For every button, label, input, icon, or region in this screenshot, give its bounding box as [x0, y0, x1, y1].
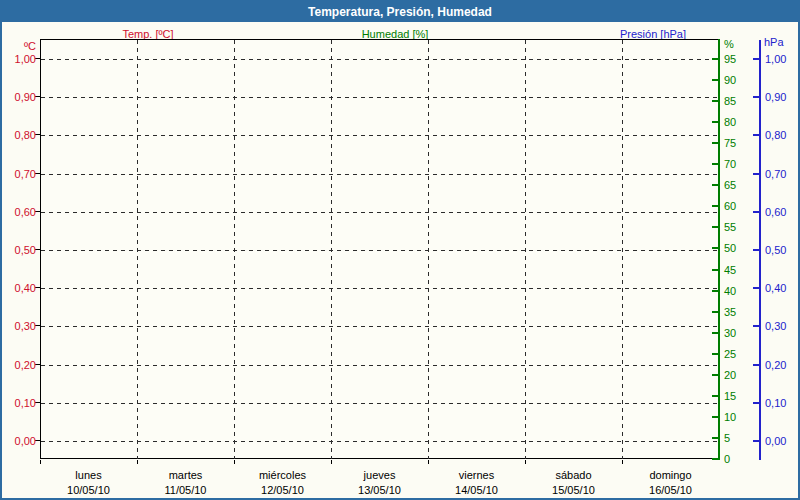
- gridline-vertical: [622, 40, 623, 459]
- x-label-day-name: jueves: [331, 469, 428, 482]
- humidity-tick: [712, 290, 718, 292]
- x-label-day-name: sábado: [525, 469, 622, 482]
- temperature-tick-label: 0,40: [0, 281, 36, 295]
- humidity-tick-label: 90: [724, 73, 736, 87]
- humidity-tick-label: 5: [724, 431, 730, 445]
- humidity-tick-label: 60: [724, 199, 736, 213]
- humidity-tick: [712, 121, 718, 123]
- humidity-tick-label: 75: [724, 136, 736, 150]
- humidity-tick: [712, 437, 718, 439]
- pressure-tick: [753, 325, 759, 327]
- gridline-vertical: [428, 40, 429, 459]
- temperature-tick-label: 0,20: [0, 358, 36, 372]
- humidity-tick-label: 80: [724, 115, 736, 129]
- humidity-tick: [712, 58, 718, 60]
- x-label-day-name: domingo: [622, 469, 719, 482]
- gridline-horizontal: [41, 97, 719, 98]
- gridline-horizontal: [41, 135, 719, 136]
- humidity-axis-line: [718, 39, 720, 460]
- temperature-tick-label: 1,00: [0, 52, 36, 66]
- temperature-tick-label: 0,30: [0, 319, 36, 333]
- x-label-day-date: 12/05/10: [234, 484, 331, 497]
- x-label-day-date: 10/05/10: [40, 484, 137, 497]
- humidity-tick-label: 55: [724, 220, 736, 234]
- humidity-tick-label: 40: [724, 284, 736, 298]
- x-label-day-date: 14/05/10: [428, 484, 525, 497]
- temperature-tick-label: 0,60: [0, 205, 36, 219]
- humidity-tick-label: 35: [724, 305, 736, 319]
- humidity-tick-label: 30: [724, 326, 736, 340]
- humidity-tick: [712, 184, 718, 186]
- x-label-day-date: 16/05/10: [622, 484, 719, 497]
- pressure-tick: [753, 173, 759, 175]
- humidity-tick-label: 70: [724, 157, 736, 171]
- pressure-tick-label: 0,20: [765, 358, 786, 372]
- x-label-day-name: lunes: [40, 469, 137, 482]
- humidity-tick: [712, 311, 718, 313]
- x-label-day-name: martes: [137, 469, 234, 482]
- gridline-horizontal: [41, 174, 719, 175]
- humidity-tick: [712, 142, 718, 144]
- humidity-tick: [712, 353, 718, 355]
- humidity-tick-label: 10: [724, 410, 736, 424]
- right-axis-unit-hpa: hPa: [764, 36, 784, 49]
- right-axis-unit-percent: %: [724, 38, 734, 51]
- gridline-horizontal: [41, 212, 719, 213]
- humidity-tick-label: 50: [724, 241, 736, 255]
- pressure-tick: [753, 211, 759, 213]
- pressure-axis-line: [759, 40, 761, 460]
- gridline-vertical: [234, 40, 235, 459]
- date-axis-tick: [137, 460, 138, 464]
- gridline-vertical: [331, 40, 332, 459]
- date-axis-tick: [40, 460, 41, 464]
- x-label-day-date: 15/05/10: [525, 484, 622, 497]
- pressure-tick: [753, 134, 759, 136]
- temperature-tick-label: 0,50: [0, 243, 36, 257]
- pressure-tick-label: 0,10: [765, 396, 786, 410]
- gridline-horizontal: [41, 365, 719, 366]
- humidity-tick-label: 0: [724, 452, 730, 466]
- date-axis-tick: [428, 460, 429, 464]
- humidity-tick: [712, 163, 718, 165]
- gridline-horizontal: [41, 326, 719, 327]
- humidity-tick-label: 65: [724, 178, 736, 192]
- pressure-tick-label: 0,50: [765, 243, 786, 257]
- humidity-tick: [712, 269, 718, 271]
- gridline-horizontal: [41, 288, 719, 289]
- x-label-day-name: viernes: [428, 469, 525, 482]
- chart-title-bar: Temperatura, Presión, Humedad: [2, 2, 798, 22]
- gridline-horizontal: [41, 441, 719, 442]
- pressure-tick-label: 0,70: [765, 167, 786, 181]
- humidity-tick-label: 95: [724, 52, 736, 66]
- humidity-tick-label: 85: [724, 94, 736, 108]
- humidity-tick-label: 20: [724, 368, 736, 382]
- pressure-tick: [753, 364, 759, 366]
- pressure-tick-label: 1,00: [765, 52, 786, 66]
- gridline-horizontal: [41, 59, 719, 60]
- pressure-tick: [753, 287, 759, 289]
- gridline-vertical: [137, 40, 138, 459]
- x-label-day-date: 13/05/10: [331, 484, 428, 497]
- pressure-tick-label: 0,60: [765, 205, 786, 219]
- humidity-tick: [712, 247, 718, 249]
- pressure-tick-label: 0,00: [765, 434, 786, 448]
- temperature-tick-label: 0,00: [0, 434, 36, 448]
- humidity-tick: [712, 416, 718, 418]
- humidity-tick: [712, 205, 718, 207]
- pressure-tick: [753, 249, 759, 251]
- humidity-tick: [712, 100, 718, 102]
- temperature-tick-label: 0,80: [0, 128, 36, 142]
- pressure-tick: [753, 96, 759, 98]
- date-axis-tick: [622, 460, 623, 464]
- pressure-tick-label: 0,40: [765, 281, 786, 295]
- x-label-day-name: miércoles: [234, 469, 331, 482]
- date-axis-tick: [331, 460, 332, 464]
- humidity-tick: [712, 79, 718, 81]
- date-axis-tick: [525, 460, 526, 464]
- humidity-tick: [712, 395, 718, 397]
- pressure-tick-label: 0,80: [765, 128, 786, 142]
- pressure-tick: [753, 58, 759, 60]
- gridline-horizontal: [41, 403, 719, 404]
- humidity-tick-label: 45: [724, 263, 736, 277]
- humidity-tick: [712, 226, 718, 228]
